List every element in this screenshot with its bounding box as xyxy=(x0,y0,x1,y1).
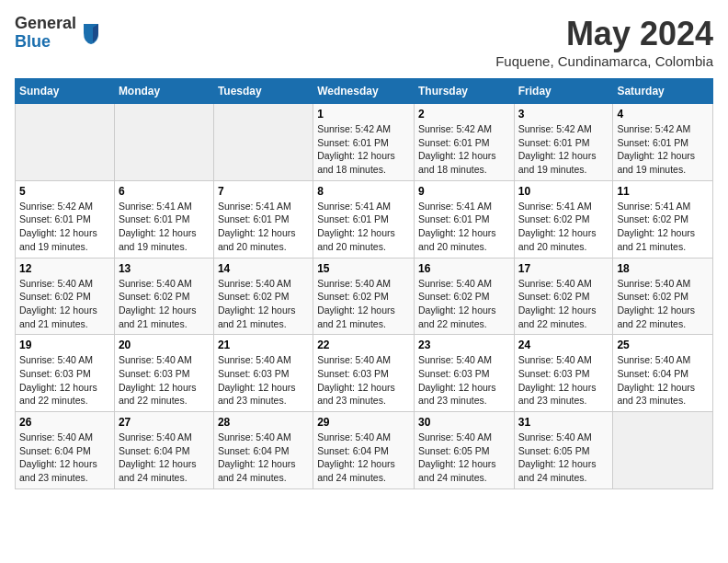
calendar-cell: 5Sunrise: 5:42 AM Sunset: 6:01 PM Daylig… xyxy=(16,180,115,258)
day-info: Sunrise: 5:40 AM Sunset: 6:03 PM Dayligh… xyxy=(518,353,609,408)
day-info: Sunrise: 5:40 AM Sunset: 6:02 PM Dayligh… xyxy=(518,277,609,331)
calendar-cell: 18Sunrise: 5:40 AM Sunset: 6:02 PM Dayli… xyxy=(613,258,713,335)
day-info: Sunrise: 5:41 AM Sunset: 6:01 PM Dayligh… xyxy=(317,200,410,254)
day-info: Sunrise: 5:42 AM Sunset: 6:01 PM Dayligh… xyxy=(317,122,410,177)
calendar-cell: 25Sunrise: 5:40 AM Sunset: 6:04 PM Dayli… xyxy=(613,335,713,412)
day-number: 8 xyxy=(317,185,410,198)
day-info: Sunrise: 5:41 AM Sunset: 6:01 PM Dayligh… xyxy=(418,200,510,254)
day-info: Sunrise: 5:42 AM Sunset: 6:01 PM Dayligh… xyxy=(518,122,609,177)
day-number: 2 xyxy=(418,108,510,121)
day-info: Sunrise: 5:40 AM Sunset: 6:05 PM Dayligh… xyxy=(418,431,510,485)
day-info: Sunrise: 5:40 AM Sunset: 6:04 PM Dayligh… xyxy=(218,431,309,485)
header-monday: Monday xyxy=(114,79,213,104)
day-info: Sunrise: 5:40 AM Sunset: 6:03 PM Dayligh… xyxy=(418,353,510,408)
day-number: 4 xyxy=(617,108,709,121)
day-number: 12 xyxy=(19,262,110,275)
calendar-header-row: SundayMondayTuesdayWednesdayThursdayFrid… xyxy=(16,79,713,104)
day-info: Sunrise: 5:41 AM Sunset: 6:02 PM Dayligh… xyxy=(617,200,709,254)
day-number: 19 xyxy=(19,339,110,351)
day-info: Sunrise: 5:40 AM Sunset: 6:02 PM Dayligh… xyxy=(617,277,709,331)
calendar-cell: 2Sunrise: 5:42 AM Sunset: 6:01 PM Daylig… xyxy=(414,104,514,181)
day-number: 7 xyxy=(218,185,309,198)
day-info: Sunrise: 5:40 AM Sunset: 6:03 PM Dayligh… xyxy=(218,353,309,408)
calendar-cell: 21Sunrise: 5:40 AM Sunset: 6:03 PM Dayli… xyxy=(213,335,313,412)
logo-text: General Blue xyxy=(15,15,76,52)
day-number: 15 xyxy=(317,262,410,275)
day-info: Sunrise: 5:40 AM Sunset: 6:04 PM Dayligh… xyxy=(19,431,110,485)
day-info: Sunrise: 5:40 AM Sunset: 6:02 PM Dayligh… xyxy=(317,277,410,331)
day-info: Sunrise: 5:40 AM Sunset: 6:02 PM Dayligh… xyxy=(19,277,110,331)
day-info: Sunrise: 5:40 AM Sunset: 6:04 PM Dayligh… xyxy=(317,431,410,485)
day-info: Sunrise: 5:40 AM Sunset: 6:05 PM Dayligh… xyxy=(518,431,609,485)
calendar-cell: 31Sunrise: 5:40 AM Sunset: 6:05 PM Dayli… xyxy=(514,412,613,489)
day-info: Sunrise: 5:40 AM Sunset: 6:03 PM Dayligh… xyxy=(119,353,210,408)
location: Fuquene, Cundinamarca, Colombia xyxy=(495,53,713,69)
day-info: Sunrise: 5:40 AM Sunset: 6:02 PM Dayligh… xyxy=(218,277,309,331)
day-info: Sunrise: 5:42 AM Sunset: 6:01 PM Dayligh… xyxy=(617,122,709,177)
calendar-cell: 26Sunrise: 5:40 AM Sunset: 6:04 PM Dayli… xyxy=(16,412,115,489)
day-number: 26 xyxy=(19,416,110,429)
header-thursday: Thursday xyxy=(414,79,514,104)
day-number: 18 xyxy=(617,262,709,275)
calendar-cell: 19Sunrise: 5:40 AM Sunset: 6:03 PM Dayli… xyxy=(16,335,115,412)
calendar-cell: 22Sunrise: 5:40 AM Sunset: 6:03 PM Dayli… xyxy=(313,335,415,412)
day-info: Sunrise: 5:42 AM Sunset: 6:01 PM Dayligh… xyxy=(19,200,110,254)
calendar-cell: 6Sunrise: 5:41 AM Sunset: 6:01 PM Daylig… xyxy=(114,180,213,258)
day-info: Sunrise: 5:41 AM Sunset: 6:01 PM Dayligh… xyxy=(218,200,309,254)
calendar-cell: 3Sunrise: 5:42 AM Sunset: 6:01 PM Daylig… xyxy=(514,104,613,181)
day-number: 6 xyxy=(119,185,210,198)
calendar-week-3: 12Sunrise: 5:40 AM Sunset: 6:02 PM Dayli… xyxy=(16,258,713,335)
calendar-table: SundayMondayTuesdayWednesdayThursdayFrid… xyxy=(15,78,713,489)
title-block: May 2024 Fuquene, Cundinamarca, Colombia xyxy=(495,15,713,69)
day-number: 5 xyxy=(19,185,110,198)
day-number: 14 xyxy=(218,262,309,275)
calendar-cell: 15Sunrise: 5:40 AM Sunset: 6:02 PM Dayli… xyxy=(313,258,415,335)
calendar-cell: 7Sunrise: 5:41 AM Sunset: 6:01 PM Daylig… xyxy=(213,180,313,258)
day-info: Sunrise: 5:40 AM Sunset: 6:03 PM Dayligh… xyxy=(317,353,410,408)
day-number: 23 xyxy=(418,339,510,351)
calendar-cell: 1Sunrise: 5:42 AM Sunset: 6:01 PM Daylig… xyxy=(313,104,415,181)
day-info: Sunrise: 5:40 AM Sunset: 6:02 PM Dayligh… xyxy=(119,277,210,331)
day-number: 25 xyxy=(617,339,709,351)
header-wednesday: Wednesday xyxy=(313,79,415,104)
calendar-cell: 30Sunrise: 5:40 AM Sunset: 6:05 PM Dayli… xyxy=(414,412,514,489)
header-friday: Friday xyxy=(514,79,613,104)
calendar-cell: 28Sunrise: 5:40 AM Sunset: 6:04 PM Dayli… xyxy=(213,412,313,489)
logo-general: General xyxy=(15,15,76,33)
calendar-cell: 11Sunrise: 5:41 AM Sunset: 6:02 PM Dayli… xyxy=(613,180,713,258)
day-number: 1 xyxy=(317,108,410,121)
calendar-cell: 8Sunrise: 5:41 AM Sunset: 6:01 PM Daylig… xyxy=(313,180,415,258)
header-saturday: Saturday xyxy=(613,79,713,104)
calendar-cell: 17Sunrise: 5:40 AM Sunset: 6:02 PM Dayli… xyxy=(514,258,613,335)
logo: General Blue xyxy=(15,15,102,52)
day-number: 17 xyxy=(518,262,609,275)
calendar-cell xyxy=(114,104,213,181)
header-tuesday: Tuesday xyxy=(213,79,313,104)
calendar-cell: 24Sunrise: 5:40 AM Sunset: 6:03 PM Dayli… xyxy=(514,335,613,412)
month-title: May 2024 xyxy=(495,15,713,53)
page-header: General Blue May 2024 Fuquene, Cundinama… xyxy=(15,15,713,69)
day-info: Sunrise: 5:40 AM Sunset: 6:03 PM Dayligh… xyxy=(19,353,110,408)
day-number: 21 xyxy=(218,339,309,351)
calendar-cell xyxy=(16,104,115,181)
calendar-cell xyxy=(613,412,713,489)
day-number: 31 xyxy=(518,416,609,429)
calendar-cell: 13Sunrise: 5:40 AM Sunset: 6:02 PM Dayli… xyxy=(114,258,213,335)
calendar-cell xyxy=(213,104,313,181)
calendar-week-1: 1Sunrise: 5:42 AM Sunset: 6:01 PM Daylig… xyxy=(16,104,713,181)
calendar-cell: 16Sunrise: 5:40 AM Sunset: 6:02 PM Dayli… xyxy=(414,258,514,335)
day-info: Sunrise: 5:40 AM Sunset: 6:02 PM Dayligh… xyxy=(418,277,510,331)
calendar-cell: 20Sunrise: 5:40 AM Sunset: 6:03 PM Dayli… xyxy=(114,335,213,412)
day-info: Sunrise: 5:40 AM Sunset: 6:04 PM Dayligh… xyxy=(119,431,210,485)
calendar-cell: 27Sunrise: 5:40 AM Sunset: 6:04 PM Dayli… xyxy=(114,412,213,489)
calendar-week-2: 5Sunrise: 5:42 AM Sunset: 6:01 PM Daylig… xyxy=(16,180,713,258)
calendar-week-4: 19Sunrise: 5:40 AM Sunset: 6:03 PM Dayli… xyxy=(16,335,713,412)
day-number: 10 xyxy=(518,185,609,198)
day-number: 13 xyxy=(119,262,210,275)
day-info: Sunrise: 5:42 AM Sunset: 6:01 PM Dayligh… xyxy=(418,122,510,177)
calendar-cell: 23Sunrise: 5:40 AM Sunset: 6:03 PM Dayli… xyxy=(414,335,514,412)
calendar-cell: 4Sunrise: 5:42 AM Sunset: 6:01 PM Daylig… xyxy=(613,104,713,181)
calendar-cell: 12Sunrise: 5:40 AM Sunset: 6:02 PM Dayli… xyxy=(16,258,115,335)
day-number: 24 xyxy=(518,339,609,351)
day-info: Sunrise: 5:41 AM Sunset: 6:01 PM Dayligh… xyxy=(119,200,210,254)
